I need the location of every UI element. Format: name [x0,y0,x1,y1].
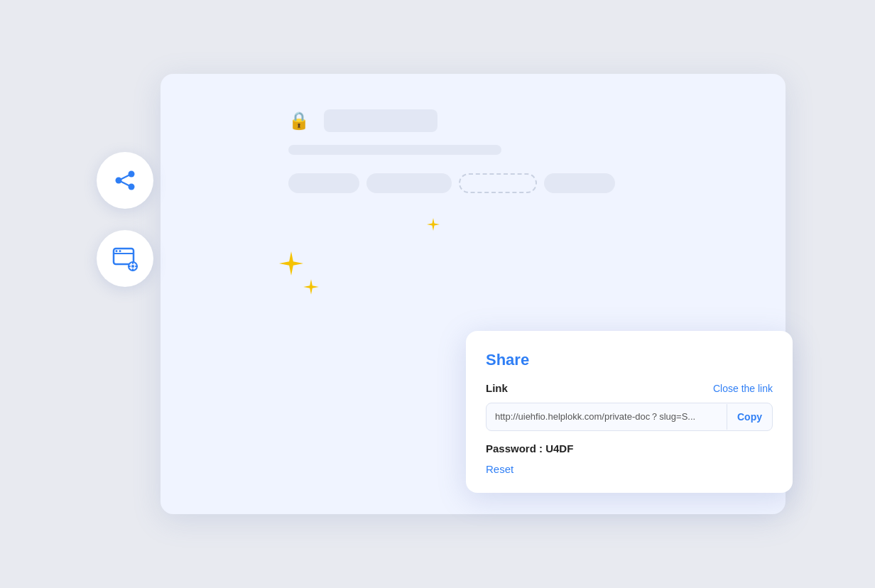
password-row: Password : U4DF [486,442,773,454]
share-icon [112,168,138,193]
placeholder-bar-short [324,109,438,132]
link-row: Link Close the link [486,382,773,394]
star-tiny-icon [426,217,440,232]
lock-icon: 🔒 [288,111,310,131]
tag-1 [288,173,359,193]
url-row: http://uiehfio.helplokk.com/private-doc？… [486,403,773,431]
svg-line-4 [119,180,131,187]
password-label: Password : U4DF [486,442,573,454]
link-label: Link [486,382,508,394]
svg-point-8 [119,250,121,252]
share-circle-button[interactable] [97,152,153,209]
copy-button[interactable]: Copy [727,404,772,430]
svg-point-10 [131,265,134,268]
share-popup: Share Link Close the link http://uiehfio… [466,331,793,493]
tag-row [288,173,743,193]
share-popup-title: Share [486,351,773,369]
tag-4 [544,173,615,193]
url-text: http://uiehfio.helplokk.com/private-doc？… [495,403,727,430]
svg-line-3 [119,174,131,180]
placeholder-row-1: 🔒 [288,109,743,132]
scene: 🔒 [89,53,786,535]
placeholder-row-2 [288,145,743,155]
star-small-icon [303,278,320,295]
settings-circle-button[interactable] [97,230,153,287]
tag-3 [459,173,537,193]
tag-2 [366,173,452,193]
svg-point-7 [116,250,118,252]
close-link-button[interactable]: Close the link [713,383,773,394]
placeholder-bar-long [288,145,501,155]
window-settings-icon [112,245,138,272]
reset-button[interactable]: Reset [486,463,513,475]
star-large-icon [278,250,305,277]
